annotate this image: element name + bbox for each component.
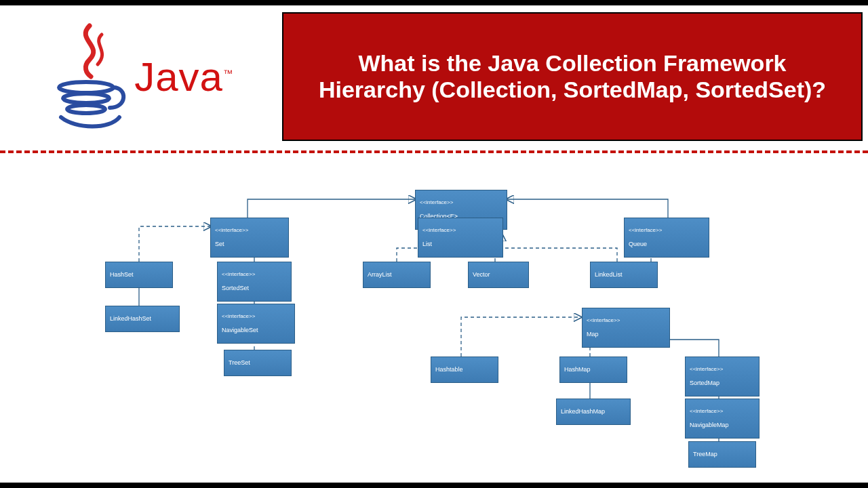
node-navigablemap: <<interface>> NavigableMap <box>685 399 760 439</box>
node-treeset: TreeSet <box>224 350 292 376</box>
node-label: LinkedHashSet <box>110 315 175 322</box>
stereotype: <<interface>> <box>690 366 755 372</box>
node-label: TreeSet <box>229 359 287 366</box>
stereotype: <<interface>> <box>420 199 502 205</box>
node-label: HashMap <box>564 366 623 373</box>
node-label: HashSet <box>110 271 168 278</box>
node-set: <<interface>> Set <box>210 218 289 258</box>
node-label: NavigableMap <box>690 422 755 428</box>
stereotype: <<interface>> <box>222 313 290 319</box>
stereotype: <<interface>> <box>587 317 665 323</box>
java-logo: Java™ <box>5 12 277 141</box>
node-linkedhashmap: LinkedHashMap <box>556 399 631 425</box>
stereotype: <<interface>> <box>422 227 498 233</box>
node-label: Queue <box>629 241 705 247</box>
node-label: Set <box>215 241 284 247</box>
node-hashset: HashSet <box>105 262 173 288</box>
java-wordmark: Java™ <box>134 54 233 100</box>
node-label: LinkedList <box>595 271 653 278</box>
stereotype: <<interface>> <box>629 227 705 233</box>
trademark-icon: ™ <box>223 68 233 79</box>
stereotype: <<interface>> <box>222 271 287 277</box>
node-queue: <<interface>> Queue <box>624 218 709 258</box>
node-navigableset: <<interface>> NavigableSet <box>217 304 295 344</box>
node-map: <<interface>> Map <box>582 308 670 348</box>
svg-point-0 <box>59 82 113 93</box>
node-linkedlist: LinkedList <box>590 262 658 288</box>
node-label: LinkedHashMap <box>561 408 626 415</box>
node-sortedmap: <<interface>> SortedMap <box>685 357 760 396</box>
node-linkedhashset: LinkedHashSet <box>105 306 180 332</box>
node-label: Map <box>587 331 665 338</box>
node-label: Hashtable <box>435 366 494 373</box>
svg-point-1 <box>63 94 109 103</box>
node-label: NavigableSet <box>222 327 290 333</box>
java-cup-icon <box>49 22 130 131</box>
hierarchy-diagram: List (dashed) --> List (dashed) --> List… <box>0 153 868 479</box>
node-list: <<interface>> List <box>418 218 503 258</box>
node-label: TreeMap <box>693 451 751 458</box>
page-title: What is the Java Collection Framework Hi… <box>282 12 863 141</box>
header: Java™ What is the Java Collection Framew… <box>0 5 868 141</box>
node-hashmap: HashMap <box>559 357 627 383</box>
stereotype: <<interface>> <box>215 227 284 233</box>
node-label: SortedSet <box>222 285 287 291</box>
node-label: SortedMap <box>690 380 755 386</box>
node-vector: Vector <box>468 262 529 288</box>
svg-point-2 <box>67 105 105 113</box>
node-label: Vector <box>473 271 524 278</box>
node-label: List <box>422 241 498 247</box>
node-label: ArrayList <box>368 271 426 278</box>
node-arraylist: ArrayList <box>363 262 431 288</box>
node-sortedset: <<interface>> SortedSet <box>217 262 292 302</box>
node-hashtable: Hashtable <box>431 357 498 383</box>
stereotype: <<interface>> <box>690 408 755 414</box>
node-treemap: TreeMap <box>688 441 756 468</box>
java-wordmark-text: Java <box>134 54 223 100</box>
